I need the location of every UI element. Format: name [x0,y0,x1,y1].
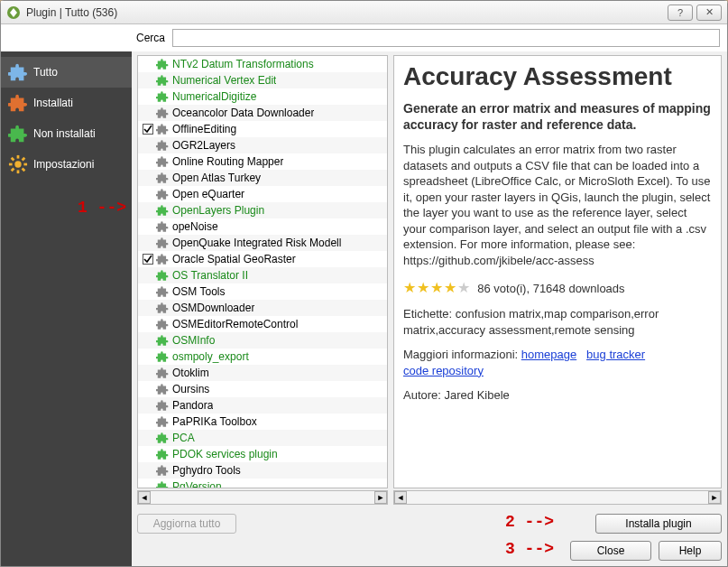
detail-author: Autore: Jared Kibele [403,387,712,404]
svg-point-1 [14,161,21,167]
puzzle-icon [156,302,169,314]
plugin-row[interactable]: OSMDownloader [138,300,387,316]
link-bugtracker[interactable]: bug tracker [586,348,645,361]
plugin-row[interactable]: OSMEditorRemoteControl [138,316,387,332]
puzzle-icon [156,432,169,444]
button-row-2: Close Help [137,541,722,561]
plugin-checkbox[interactable] [142,253,154,265]
plugin-row[interactable]: PCA [138,430,387,446]
plugin-row[interactable]: Numerical Vertex Edit [138,72,387,88]
plugin-detail[interactable]: Accuracy Assessment Generate an error ma… [394,56,721,488]
titlebar: Plugin | Tutto (536) ? ✕ [1,1,727,24]
plugin-row[interactable]: OGR2Layers [138,137,387,153]
sidebar: Tutto Installati Non installati Impostaz… [1,51,132,566]
plugin-row[interactable]: OpenLayers Plugin [138,202,387,218]
plugin-checkbox [142,350,154,363]
sidebar-item-label: Tutto [33,66,58,79]
plugin-checkbox [142,432,154,444]
plugin-name: osmpoly_export [172,350,249,363]
plugin-row[interactable]: OSM Tools [138,284,387,300]
plugin-row[interactable]: Open Atlas Turkey [138,170,387,186]
plugin-list[interactable]: NTv2 Datum TransformationsNumerical Vert… [138,56,387,488]
detail-hscroll[interactable]: ◄► [393,490,722,505]
plugin-row[interactable]: osmpoly_export [138,349,387,365]
plugin-row[interactable]: OSMInfo [138,332,387,349]
sidebar-item-all[interactable]: Tutto [1,57,132,88]
puzzle-icon [156,269,169,282]
install-plugin-button[interactable]: Installa plugin [595,514,722,534]
plugin-row[interactable]: Open eQuarter [138,186,387,202]
help-button[interactable]: Help [659,541,722,561]
plugin-row[interactable]: opeNoise [138,218,387,235]
close-button-titlebar[interactable]: ✕ [696,5,722,21]
sidebar-item-settings[interactable]: Impostazioni [1,149,132,180]
plugin-checkbox [142,58,154,70]
detail-body: This plugin calculates an error matrix f… [403,142,712,268]
sidebar-item-label: Impostazioni [33,158,94,171]
plugin-checkbox [142,90,154,103]
plugin-name: Oracle Spatial GeoRaster [172,253,296,265]
plugin-name: Oursins [172,383,209,395]
plugin-row[interactable]: Oursins [138,381,387,397]
plugin-checkbox [142,155,154,168]
plugin-name: Numerical Vertex Edit [172,74,276,87]
puzzle-icon [156,139,169,152]
detail-subtitle: Generate an error matrix and measures of… [403,100,712,133]
svg-line-7 [23,169,25,172]
puzzle-icon [156,415,169,428]
plugin-checkbox [142,448,154,460]
plugin-row[interactable]: Pghydro Tools [138,462,387,479]
plugin-row[interactable]: PaPRIKa Toolbox [138,414,387,430]
gear-icon [8,154,28,174]
sidebar-item-not-installed[interactable]: Non installati [1,118,132,149]
detail-tags: Etichette: confusion matrix,map comparis… [403,306,712,338]
plugin-checkbox [142,107,154,119]
stars-icon: ★★★★★ [403,280,471,295]
list-hscroll[interactable]: ◄► [137,490,388,505]
puzzle-icon [156,90,169,103]
plugin-checkbox [142,367,154,379]
plugin-checkbox [142,172,154,184]
puzzle-icon [156,464,169,477]
plugin-row[interactable]: OS Translator II [138,267,387,284]
puzzle-icon [156,318,169,330]
plugin-name: Oceancolor Data Downloader [172,107,314,119]
plugin-name: OpenQuake Integrated Risk Modell [172,237,341,249]
plugin-row[interactable]: Oracle Spatial GeoRaster [138,251,387,267]
detail-title: Accuracy Assessment [403,63,712,91]
search-bar: Cerca [1,24,727,51]
puzzle-icon [156,448,169,460]
plugin-row[interactable]: Pandora [138,397,387,414]
plugin-row[interactable]: Online Routing Mapper [138,153,387,170]
plugin-row[interactable]: OpenQuake Integrated Risk Modell [138,235,387,251]
help-button-titlebar[interactable]: ? [668,5,693,21]
detail-more: Maggiori informazioni: homepage bug trac… [403,347,712,378]
plugin-row[interactable]: NTv2 Datum Transformations [138,56,387,72]
plugin-name: Otoklim [172,367,209,379]
button-row-1: Aggiorna tutto Installa plugin [137,514,722,534]
search-input[interactable] [172,29,720,47]
sidebar-item-installed[interactable]: Installati [1,88,132,118]
puzzle-all-icon [8,62,28,82]
link-homepage[interactable]: homepage [521,348,576,361]
plugin-row[interactable]: PgVersion [138,479,387,488]
plugin-checkbox [142,480,154,488]
plugin-name: OfflineEditing [172,123,236,135]
puzzle-icon [156,220,169,233]
close-button[interactable]: Close [570,541,651,561]
puzzle-icon [156,399,169,412]
plugin-checkbox[interactable] [142,123,154,135]
sidebar-item-label: Installati [33,97,73,109]
plugin-row[interactable]: Otoklim [138,365,387,381]
plugin-row[interactable]: PDOK services plugin [138,446,387,462]
plugin-row[interactable]: NumericalDigitize [138,88,387,105]
plugin-name: OSM Tools [172,285,225,298]
plugin-row[interactable]: Oceancolor Data Downloader [138,105,387,121]
plugin-checkbox [142,415,154,428]
plugin-name: PCA [172,432,195,444]
plugin-row[interactable]: OfflineEditing [138,121,387,137]
plugin-name: OSMEditorRemoteControl [172,318,298,330]
link-coderepo[interactable]: code repository [403,364,484,377]
plugin-checkbox [142,302,154,314]
svg-line-9 [23,158,25,161]
